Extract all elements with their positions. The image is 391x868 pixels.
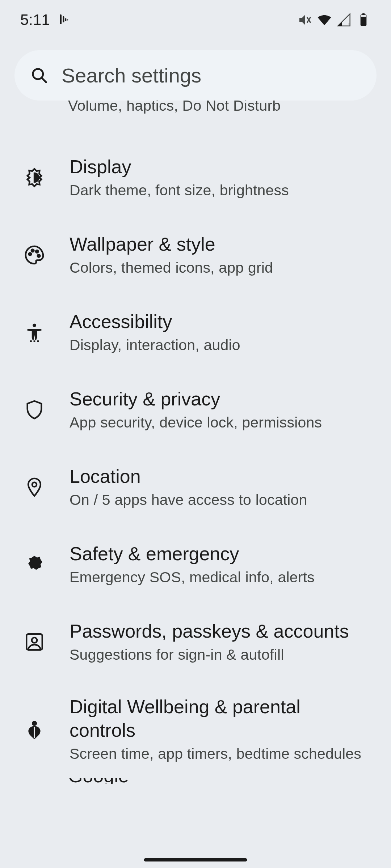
item-subtitle: Colors, themed icons, app grid: [70, 258, 366, 277]
wifi-icon: [317, 13, 332, 27]
next-item-title-clipped: Google: [0, 778, 391, 784]
item-title: Passwords, passkeys & accounts: [70, 620, 366, 643]
settings-item-passwords[interactable]: Passwords, passkeys & accounts Suggestio…: [0, 603, 391, 681]
nav-handle[interactable]: [144, 858, 247, 861]
svg-point-10: [29, 253, 31, 255]
status-time: 5:11: [20, 11, 50, 29]
svg-text:!: !: [348, 21, 350, 27]
svg-point-18: [33, 722, 36, 725]
item-title: Digital Wellbeing & parental controls: [70, 695, 366, 742]
palette-icon: [17, 244, 51, 265]
medical-icon: [17, 554, 51, 575]
shield-icon: [17, 399, 51, 420]
svg-point-14: [33, 324, 36, 327]
settings-item-accessibility[interactable]: Accessibility Display, interaction, audi…: [0, 294, 391, 371]
item-subtitle: Dark theme, font size, brightness: [70, 181, 366, 200]
settings-item-security[interactable]: Security & privacy App security, device …: [0, 371, 391, 448]
music-notification-icon: [58, 13, 72, 27]
settings-list: Display Dark theme, font size, brightnes…: [0, 122, 391, 778]
settings-item-wellbeing[interactable]: Digital Wellbeing & parental controls Sc…: [0, 681, 391, 778]
status-left: 5:11: [20, 11, 72, 29]
search-icon: [30, 66, 49, 85]
item-subtitle: Suggestions for sign-in & autofill: [70, 645, 366, 664]
svg-rect-3: [67, 19, 68, 20]
svg-rect-7: [361, 15, 366, 17]
svg-rect-6: [362, 13, 365, 15]
svg-point-12: [36, 250, 38, 253]
settings-item-display[interactable]: Display Dark theme, font size, brightnes…: [0, 139, 391, 216]
status-bar: 5:11 !: [0, 0, 391, 40]
brightness-icon: [17, 167, 51, 188]
search-container: Search settings: [0, 40, 391, 101]
status-right: !: [298, 13, 371, 27]
location-icon: [17, 477, 51, 498]
svg-rect-1: [63, 16, 64, 22]
accessibility-icon: [17, 322, 51, 343]
search-placeholder: Search settings: [62, 64, 201, 87]
item-title: Accessibility: [70, 310, 366, 333]
svg-point-15: [32, 482, 37, 487]
item-title: Wallpaper & style: [70, 233, 366, 256]
search-settings[interactable]: Search settings: [14, 50, 377, 101]
battery-icon: [356, 13, 371, 27]
cellular-signal-icon: !: [337, 13, 351, 27]
item-subtitle: App security, device lock, permissions: [70, 413, 366, 432]
item-subtitle: Display, interaction, audio: [70, 336, 366, 355]
item-subtitle: Emergency SOS, medical info, alerts: [70, 568, 366, 587]
svg-point-11: [31, 250, 34, 252]
svg-line-9: [42, 78, 46, 82]
settings-item-safety[interactable]: Safety & emergency Emergency SOS, medica…: [0, 526, 391, 603]
svg-rect-2: [65, 18, 66, 21]
svg-point-8: [33, 69, 43, 79]
settings-item-location[interactable]: Location On / 5 apps have access to loca…: [0, 448, 391, 526]
svg-point-13: [38, 255, 40, 257]
svg-point-17: [32, 638, 37, 643]
item-subtitle: Screen time, app timers, bedtime schedul…: [70, 744, 366, 763]
item-title: Display: [70, 155, 366, 179]
volume-muted-icon: [298, 13, 312, 27]
prev-item-subtitle-clipped: Volume, haptics, Do Not Disturb: [0, 101, 391, 122]
item-title: Safety & emergency: [70, 542, 366, 566]
item-title: Security & privacy: [70, 387, 366, 411]
item-title: Location: [70, 465, 366, 488]
settings-item-wallpaper[interactable]: Wallpaper & style Colors, themed icons, …: [0, 216, 391, 294]
wellbeing-icon: [17, 719, 51, 740]
item-subtitle: On / 5 apps have access to location: [70, 490, 366, 510]
svg-rect-0: [60, 14, 62, 24]
account-box-icon: [17, 631, 51, 652]
